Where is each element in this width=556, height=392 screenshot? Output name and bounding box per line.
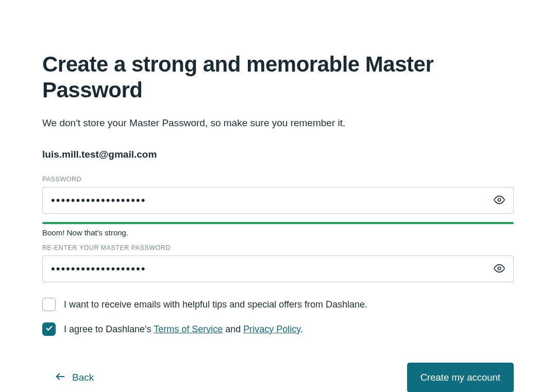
- emails-consent-label: I want to receive emails with helpful ti…: [64, 298, 367, 311]
- password-input-wrapper: [42, 187, 514, 214]
- back-button[interactable]: Back: [42, 367, 106, 389]
- create-account-button[interactable]: Create my account: [407, 363, 514, 392]
- footer-actions: Back Create my account: [42, 363, 514, 392]
- eye-icon: [494, 263, 505, 276]
- signup-master-password-page: Create a strong and memorable Master Pas…: [0, 0, 556, 392]
- page-title: Create a strong and memorable Master Pas…: [42, 52, 514, 104]
- page-subtitle: We don't store your Master Password, so …: [42, 116, 514, 131]
- terms-consent-row: I agree to Dashlane's Terms of Service a…: [42, 322, 514, 336]
- emails-consent-row: I want to receive emails with helpful ti…: [42, 298, 514, 311]
- confirm-password-label: RE-ENTER YOUR MASTER PASSWORD: [42, 244, 514, 251]
- password-strength-text: Boom! Now that's strong.: [42, 228, 514, 237]
- arrow-left-icon: [55, 371, 66, 385]
- confirm-password-input[interactable]: [43, 256, 485, 282]
- toggle-confirm-visibility-button[interactable]: [485, 256, 513, 282]
- svg-point-1: [498, 267, 501, 270]
- terms-suffix: .: [300, 324, 303, 334]
- back-button-label: Back: [72, 372, 94, 383]
- terms-consent-label: I agree to Dashlane's Terms of Service a…: [64, 323, 303, 336]
- account-email: luis.mill.test@gmail.com: [42, 149, 514, 160]
- password-strength-bar: [42, 222, 514, 224]
- confirm-password-field-group: RE-ENTER YOUR MASTER PASSWORD: [42, 244, 514, 282]
- password-label: PASSWORD: [42, 176, 514, 183]
- terms-middle: and: [223, 324, 243, 334]
- eye-icon: [494, 194, 505, 207]
- consent-checkboxes: I want to receive emails with helpful ti…: [42, 298, 514, 336]
- toggle-password-visibility-button[interactable]: [485, 188, 513, 213]
- terms-consent-checkbox[interactable]: [42, 322, 56, 336]
- svg-point-0: [498, 198, 501, 201]
- terms-of-service-link[interactable]: Terms of Service: [154, 324, 223, 334]
- password-input[interactable]: [43, 188, 485, 213]
- emails-consent-checkbox[interactable]: [42, 298, 56, 311]
- terms-prefix: I agree to Dashlane's: [64, 324, 154, 334]
- privacy-policy-link[interactable]: Privacy Policy: [243, 324, 300, 334]
- password-field-group: PASSWORD: [42, 176, 514, 214]
- confirm-password-input-wrapper: [42, 255, 514, 282]
- check-icon: [45, 325, 53, 334]
